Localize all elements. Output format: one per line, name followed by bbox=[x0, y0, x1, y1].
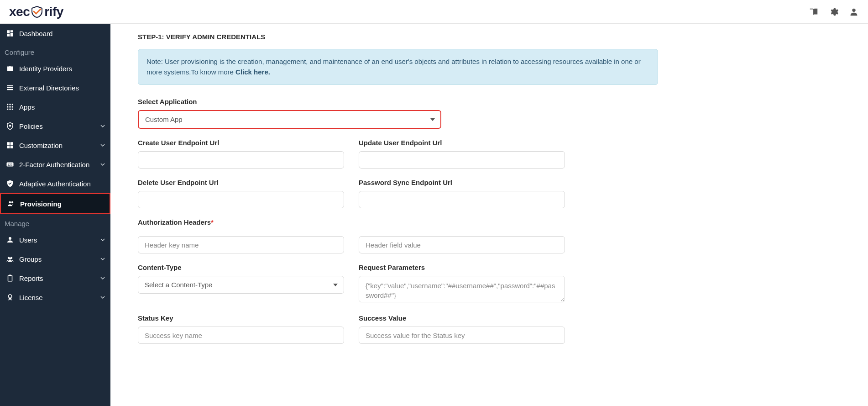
puzzle-icon bbox=[5, 141, 15, 149]
svg-rect-11 bbox=[7, 106, 8, 108]
sidebar-item-label: Customization bbox=[19, 142, 96, 149]
content-type-dropdown[interactable]: Select a Content-Type bbox=[138, 276, 344, 294]
svg-rect-8 bbox=[7, 104, 8, 105]
password-url-label: Password Sync Endpoint Url bbox=[359, 179, 565, 186]
status-key-input[interactable] bbox=[138, 327, 344, 344]
svg-rect-13 bbox=[12, 106, 13, 108]
sidebar-section: Configure bbox=[0, 43, 110, 59]
shield-check-icon bbox=[5, 179, 15, 188]
svg-rect-9 bbox=[10, 104, 11, 105]
info-note-link[interactable]: Click here. bbox=[235, 68, 270, 76]
svg-point-26 bbox=[9, 237, 11, 240]
info-note: Note: User provisioning is the creation,… bbox=[138, 49, 658, 85]
chevron-down-icon bbox=[100, 276, 105, 280]
svg-point-0 bbox=[852, 8, 855, 11]
docs-icon[interactable] bbox=[809, 7, 819, 17]
svg-point-29 bbox=[9, 258, 11, 260]
list-icon bbox=[5, 84, 15, 92]
password-url-input[interactable] bbox=[359, 191, 565, 208]
header-key-input[interactable] bbox=[138, 236, 344, 253]
info-note-text: Note: User provisioning is the creation,… bbox=[146, 58, 641, 76]
sidebar-item-2-factor-authentication[interactable]: 1232-Factor Authentication bbox=[0, 155, 110, 174]
auth-headers-label: Authorization Headers* bbox=[138, 218, 658, 226]
status-key-label: Status Key bbox=[138, 314, 344, 322]
topbar: xec rify bbox=[0, 0, 868, 24]
sidebar: DashboardConfigureIdentity ProvidersExte… bbox=[0, 24, 110, 406]
dashboard-icon bbox=[5, 29, 15, 37]
chevron-down-icon bbox=[100, 237, 105, 242]
sidebar-item-apps[interactable]: Apps bbox=[0, 97, 110, 116]
svg-rect-18 bbox=[7, 142, 10, 145]
success-value-input[interactable] bbox=[359, 327, 565, 344]
request-params-label: Request Parameters bbox=[359, 264, 565, 271]
sidebar-item-label: Apps bbox=[19, 103, 105, 111]
svg-rect-2 bbox=[10, 30, 13, 32]
svg-rect-10 bbox=[12, 104, 13, 105]
sidebar-item-label: Reports bbox=[19, 274, 96, 282]
svg-rect-21 bbox=[10, 146, 13, 148]
main-content: STEP-1: VERIFY ADMIN CREDENTIALS Note: U… bbox=[110, 24, 868, 406]
svg-rect-5 bbox=[7, 85, 13, 86]
svg-rect-4 bbox=[7, 34, 10, 37]
briefcase-icon bbox=[5, 64, 15, 73]
svg-rect-14 bbox=[7, 109, 8, 110]
clipboard-icon bbox=[5, 274, 15, 282]
svg-text:123: 123 bbox=[7, 163, 13, 166]
svg-point-24 bbox=[9, 201, 11, 204]
content-type-label: Content-Type bbox=[138, 264, 344, 271]
svg-rect-1 bbox=[7, 30, 10, 33]
brand-logo: xec rify bbox=[9, 5, 63, 19]
update-url-label: Update User Endpoint Url bbox=[359, 139, 565, 147]
sidebar-item-users[interactable]: Users bbox=[0, 230, 110, 249]
svg-rect-20 bbox=[7, 146, 10, 148]
sidebar-item-label: Dashboard bbox=[19, 30, 105, 37]
header-value-input[interactable] bbox=[359, 236, 565, 253]
users-sync-icon bbox=[6, 200, 16, 208]
success-value-label: Success Value bbox=[359, 314, 565, 322]
sidebar-item-dashboard[interactable]: Dashboard bbox=[0, 24, 110, 43]
sidebar-item-label: Policies bbox=[19, 122, 96, 130]
brand-pre: xec bbox=[9, 5, 30, 19]
chevron-down-icon bbox=[100, 162, 105, 167]
gear-icon[interactable] bbox=[829, 7, 839, 17]
select-application-label: Select Application bbox=[138, 98, 658, 105]
sidebar-item-customization[interactable]: Customization bbox=[0, 136, 110, 155]
delete-url-input[interactable] bbox=[138, 191, 344, 208]
sidebar-item-external-directories[interactable]: External Directories bbox=[0, 78, 110, 97]
brand-post: rify bbox=[44, 5, 63, 19]
sidebar-item-label: Groups bbox=[19, 255, 96, 263]
svg-rect-7 bbox=[7, 89, 13, 90]
sidebar-item-label: Provisioning bbox=[20, 200, 104, 208]
sidebar-item-groups[interactable]: Groups bbox=[0, 249, 110, 269]
svg-rect-31 bbox=[9, 275, 11, 276]
delete-url-label: Delete User Endpoint Url bbox=[138, 179, 344, 186]
sidebar-item-label: 2-Factor Authentication bbox=[19, 161, 96, 169]
select-application-dropdown[interactable]: Custom App bbox=[138, 110, 441, 129]
sidebar-item-identity-providers[interactable]: Identity Providers bbox=[0, 59, 110, 78]
grid-icon bbox=[5, 103, 15, 111]
sidebar-item-adaptive-authentication[interactable]: Adaptive Authentication bbox=[0, 174, 110, 193]
request-params-input[interactable] bbox=[359, 276, 565, 302]
sidebar-item-label: Identity Providers bbox=[19, 65, 105, 73]
svg-rect-16 bbox=[12, 109, 13, 110]
update-url-input[interactable] bbox=[359, 151, 565, 169]
sidebar-item-reports[interactable]: Reports bbox=[0, 269, 110, 288]
sidebar-item-policies[interactable]: Policies bbox=[0, 116, 110, 136]
sidebar-item-provisioning[interactable]: Provisioning bbox=[0, 193, 110, 214]
svg-rect-30 bbox=[8, 275, 12, 281]
sidebar-item-label: Adaptive Authentication bbox=[19, 180, 105, 188]
svg-point-25 bbox=[11, 201, 14, 204]
svg-rect-19 bbox=[10, 142, 13, 145]
step-title: STEP-1: VERIFY ADMIN CREDENTIALS bbox=[138, 33, 658, 41]
create-url-label: Create User Endpoint Url bbox=[138, 139, 344, 147]
create-url-input[interactable] bbox=[138, 151, 344, 169]
topbar-actions bbox=[809, 7, 859, 17]
sidebar-item-label: Users bbox=[19, 236, 96, 244]
sidebar-item-license[interactable]: License bbox=[0, 288, 110, 307]
chevron-down-icon bbox=[100, 257, 105, 261]
shield-o-icon bbox=[5, 122, 15, 130]
svg-rect-12 bbox=[10, 106, 11, 108]
user-icon[interactable] bbox=[849, 7, 859, 17]
chevron-down-icon bbox=[100, 295, 105, 300]
sidebar-item-label: License bbox=[19, 294, 96, 301]
